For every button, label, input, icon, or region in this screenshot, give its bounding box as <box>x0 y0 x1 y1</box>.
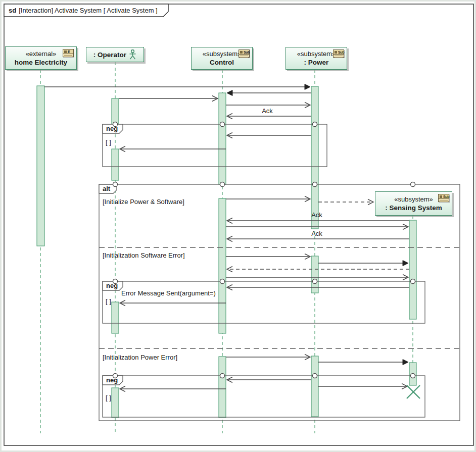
icon-compartment <box>240 51 243 54</box>
icon-label: Sub <box>338 51 344 54</box>
activation-bar-control[interactable] <box>219 198 226 333</box>
message-label[interactable]: Ack <box>311 211 322 219</box>
icon-compartment <box>440 195 442 198</box>
fragment-gate-circle <box>220 374 225 378</box>
message-label[interactable]: Ack <box>311 230 322 237</box>
fragment-guard[interactable]: [ ] <box>106 297 111 305</box>
lifeline-head-home-electricity[interactable]: «external»home ElectricityE <box>5 46 77 70</box>
message-arrowhead[interactable] <box>227 90 232 96</box>
message-label[interactable]: Ack <box>262 107 273 115</box>
fragment-gate-circle <box>220 182 225 187</box>
icon-compartment <box>64 51 67 53</box>
fragment-gate-circle <box>411 374 415 378</box>
activation-bar-power[interactable] <box>311 86 318 229</box>
fragment-guard[interactable]: [Initialization Software Error] <box>103 252 185 259</box>
message-arrowhead[interactable] <box>403 261 408 266</box>
subsystem-icon: Sub <box>333 49 344 58</box>
lifeline-name: Control <box>210 58 234 67</box>
fragment-operator-label: neg <box>106 376 118 384</box>
lifeline-head-control[interactable]: «subsystem»ControlSub <box>191 47 253 70</box>
fragment-gate-circle <box>411 279 415 284</box>
lifeline-name: : Power <box>304 58 329 67</box>
icon-label: Sub <box>244 51 250 54</box>
icon-label: Sub <box>443 195 449 198</box>
message-arrowhead[interactable] <box>305 84 310 90</box>
diagram-frame-border <box>4 4 473 445</box>
lifeline-head-operator[interactable]: : Operator <box>86 47 144 62</box>
fragment-gate-circle <box>313 279 317 284</box>
fragment-guard[interactable]: [Initialization Power Error] <box>103 354 177 361</box>
lifeline-head-sensing-system[interactable]: «subsystem»: Sensing SystemSub <box>375 191 452 216</box>
fragment-guard[interactable]: [Initialize Power & Software] <box>103 198 184 206</box>
subsystem-icon: Sub <box>438 194 449 202</box>
activation-bar-control[interactable] <box>219 357 226 418</box>
combined-fragment-neg[interactable] <box>103 376 425 417</box>
activation-bar-sensing-system[interactable] <box>409 220 416 319</box>
fragment-gate-circle <box>313 374 317 378</box>
activation-bar-power[interactable] <box>311 356 318 417</box>
fragment-operator-label: alt <box>103 185 110 193</box>
subsystem-icon: Sub <box>239 49 250 58</box>
message-arrowhead[interactable] <box>403 360 408 365</box>
fragment-gate-circle <box>313 122 317 127</box>
fragment-gate-circle <box>220 279 225 284</box>
actor-icon <box>129 49 136 60</box>
icon-line <box>64 56 72 57</box>
activation-bar-home-electricity[interactable] <box>37 86 44 246</box>
lifeline-stereotype: «subsystem» <box>394 195 433 204</box>
activation-bar-operator[interactable] <box>112 149 119 180</box>
fragment-gate-circle <box>411 182 415 187</box>
icon-label: E <box>68 50 70 54</box>
fragment-operator-label: neg <box>106 125 118 133</box>
external-block-icon: E <box>63 49 74 57</box>
activation-bar-control[interactable] <box>219 93 226 184</box>
lifeline-stereotype: «subsystem» <box>297 50 336 58</box>
icon-compartment <box>335 51 337 54</box>
sequence-diagram-canvas: sd[Interaction] Activate System [ Activa… <box>0 0 476 452</box>
fragment-gate-circle <box>220 122 225 127</box>
lifeline-name: : Operator <box>93 51 126 59</box>
frame-title-text: [Interaction] Activate System [ Activate… <box>19 7 158 14</box>
frame-keyword: sd <box>9 7 16 14</box>
fragment-operator-label: neg <box>106 282 118 290</box>
fragment-gate-circle <box>313 182 317 187</box>
combined-fragment-neg[interactable] <box>103 124 327 167</box>
lifeline-stereotype: «subsystem» <box>203 50 242 58</box>
activation-bar-operator[interactable] <box>112 98 119 125</box>
message-label[interactable]: Error Message Sent(argument=) <box>121 289 216 297</box>
lifeline-stereotype: «external» <box>26 50 57 58</box>
activation-bar-operator[interactable] <box>112 388 119 418</box>
frame-title[interactable]: sd[Interaction] Activate System [ Activa… <box>9 7 158 14</box>
icon-line <box>240 56 248 58</box>
fragment-guard[interactable]: [ ] <box>106 138 111 146</box>
lifeline-name: home Electricity <box>15 58 67 67</box>
activation-bar-operator[interactable] <box>112 302 119 333</box>
icon-line <box>335 56 343 58</box>
fragment-guard[interactable]: [ ] <box>106 394 111 401</box>
lifeline-head-power[interactable]: «subsystem»: PowerSub <box>285 47 347 70</box>
fragment-gate-circle <box>113 182 118 187</box>
lifeline-name: : Sensing System <box>385 204 442 212</box>
icon-line <box>440 200 448 202</box>
